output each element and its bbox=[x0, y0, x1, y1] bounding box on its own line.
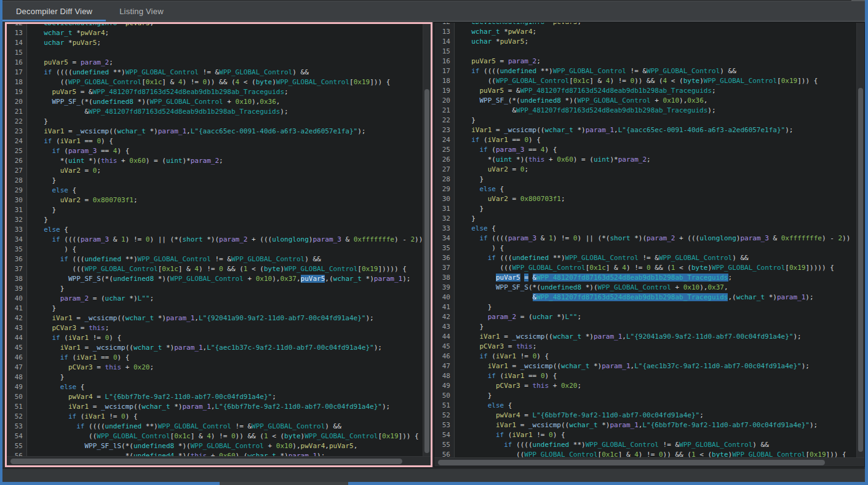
code-line[interactable]: 12 CDeviceRoutingInfo *pCVar3; bbox=[434, 23, 856, 27]
code-line[interactable]: 23 iVar1 = _wcsicmp((wchar_t *)param_1,L… bbox=[7, 127, 423, 136]
code-line[interactable]: 12 CDeviceRoutingInfo *pCVar3; bbox=[7, 24, 423, 28]
code-line[interactable]: 31 } bbox=[434, 204, 856, 214]
horizontal-scrollbar[interactable] bbox=[7, 456, 431, 465]
code-line[interactable]: 55 WPP_SF_lS(*(undefined8 *)(WPP_GLOBAL_… bbox=[7, 441, 423, 451]
tab-decompiler-diff-view[interactable]: Decompiler Diff View bbox=[2, 1, 106, 21]
code-line[interactable]: 26 *(uint *)(this + 0x60) = (uint)*param… bbox=[434, 155, 856, 165]
decompiler-pane-left[interactable]: 12 CDeviceRoutingInfo *pCVar3;13 wchar_t… bbox=[5, 22, 432, 467]
decompiler-pane-right[interactable]: 12 CDeviceRoutingInfo *pCVar3;13 wchar_t… bbox=[434, 22, 865, 467]
code-line[interactable]: 42 iVar1 = _wcsicmp((wchar_t *)param_1,L… bbox=[7, 313, 423, 323]
splitter-grip[interactable] bbox=[220, 482, 348, 485]
code-line[interactable]: 19 puVar5 = &WPP_481207fd87163d524d8eab9… bbox=[434, 86, 856, 96]
code-line[interactable]: 53 iVar1 = _wcsicmp((wchar_t *)param_1,L… bbox=[434, 420, 856, 430]
code-line[interactable]: 40 &WPP_481207fd87163d524d8eab9db1b298ab… bbox=[434, 293, 856, 302]
code-line[interactable]: 48 if (iVar1 == 0) { bbox=[434, 371, 856, 381]
code-line[interactable]: 45 pCVar3 = this; bbox=[434, 342, 856, 352]
scrollbar-thumb[interactable] bbox=[424, 89, 429, 453]
code-line[interactable]: 36 if (((undefined **)WPP_GLOBAL_Control… bbox=[434, 253, 856, 263]
code-line[interactable]: 52 if (iVar1 != 0) { bbox=[7, 412, 423, 422]
code-line[interactable]: 18 ((WPP_GLOBAL_Control[0x1c] & 4) != 0)… bbox=[7, 77, 423, 87]
code-line[interactable]: 51 iVar1 = _wcsicmp((wchar_t *)param_1,L… bbox=[7, 402, 423, 412]
code-line[interactable]: 15 bbox=[434, 47, 856, 57]
code-line[interactable]: 29 else { bbox=[7, 186, 423, 195]
code-line[interactable]: 27 uVar2 = 0; bbox=[434, 165, 856, 175]
code-line[interactable]: 40 param_2 = (uchar *)L""; bbox=[7, 294, 423, 304]
code-line[interactable]: 17 if ((((undefined **)WPP_GLOBAL_Contro… bbox=[434, 66, 856, 76]
code-line[interactable]: 54 ((WPP_GLOBAL_Control[0x1c] & 4) != 0)… bbox=[7, 432, 423, 441]
code-line[interactable]: 41 } bbox=[7, 304, 423, 313]
code-line[interactable]: 47 iVar1 = _wcsicmp((wchar_t *)param_1,L… bbox=[434, 361, 856, 371]
code-line[interactable]: 34 if ((((param_3 & 1) != 0) || (*(short… bbox=[7, 235, 423, 245]
code-line[interactable]: 20 WPP_SF_(*(undefined8 *)(WPP_GLOBAL_Co… bbox=[434, 96, 856, 106]
code-line[interactable]: 46 if (iVar1 == 0) { bbox=[7, 353, 423, 363]
code-line[interactable]: 26 *(uint *)(this + 0x60) = (uint)*param… bbox=[7, 156, 423, 166]
code-line[interactable]: 56 *(undefined4 *)(this + 0x60),(wchar_t… bbox=[7, 451, 423, 456]
code-line[interactable]: 17 if ((((undefined **)WPP_GLOBAL_Contro… bbox=[7, 68, 423, 77]
code-line[interactable]: 54 if (iVar1 != 0) { bbox=[434, 430, 856, 440]
code-line[interactable]: 18 ((WPP_GLOBAL_Control[0x1c] & 4) != 0)… bbox=[434, 76, 856, 86]
code-line[interactable]: 44 if (iVar1 != 0) { bbox=[7, 333, 423, 343]
scrollbar-thumb[interactable] bbox=[858, 88, 863, 452]
code-line[interactable]: 16 puVar5 = param_2; bbox=[434, 57, 856, 66]
code-line[interactable]: 34 if ((((param_3 & 1) != 0) || (*(short… bbox=[434, 234, 856, 243]
code-line[interactable]: 28 } bbox=[7, 176, 423, 186]
code-line[interactable]: 14 uchar *puVar5; bbox=[7, 38, 423, 48]
code-line[interactable]: 30 uVar2 = 0x800703f1; bbox=[7, 195, 423, 205]
code-line[interactable]: 46 if (iVar1 != 0) { bbox=[434, 352, 856, 361]
vertical-scrollbar[interactable] bbox=[856, 23, 864, 457]
code-line[interactable]: 25 if (param_3 == 4) { bbox=[434, 145, 856, 155]
code-line[interactable]: 35 ) { bbox=[434, 243, 856, 253]
code-line[interactable]: 20 WPP_SF_(*(undefined8 *)(WPP_GLOBAL_Co… bbox=[7, 97, 423, 107]
code-line[interactable]: 31 } bbox=[7, 205, 423, 215]
code-line[interactable]: 23 iVar1 = _wcsicmp((wchar_t *)param_1,L… bbox=[434, 125, 856, 135]
code-line[interactable]: 22 } bbox=[434, 116, 856, 125]
code-view-right[interactable]: 12 CDeviceRoutingInfo *pCVar3;13 wchar_t… bbox=[434, 23, 856, 457]
horizontal-scrollbar[interactable] bbox=[434, 457, 864, 467]
code-line[interactable]: 36 if (((undefined **)WPP_GLOBAL_Control… bbox=[7, 254, 423, 264]
code-line[interactable]: 38 puVar5 = &WPP_481207fd87163d524d8eab9… bbox=[434, 273, 856, 283]
code-line[interactable]: 53 if ((((undefined **)WPP_GLOBAL_Contro… bbox=[7, 422, 423, 432]
code-line[interactable]: 43 } bbox=[434, 322, 856, 332]
tab-listing-view[interactable]: Listing View bbox=[106, 1, 177, 21]
code-line[interactable]: 44 iVar1 = _wcsicmp((wchar_t *)param_1,L… bbox=[434, 332, 856, 342]
code-line[interactable]: 22 } bbox=[7, 117, 423, 127]
code-line[interactable]: 51 else { bbox=[434, 401, 856, 411]
code-line[interactable]: 50 pwVar4 = L"{6bbf7bfe-9af2-11d0-abf7-0… bbox=[7, 392, 423, 402]
code-line[interactable]: 39 } bbox=[7, 284, 423, 294]
code-line[interactable]: 21 &WPP_481207fd87163d524d8eab9db1b298ab… bbox=[434, 106, 856, 116]
code-line[interactable]: 25 if (param_3 == 4) { bbox=[7, 146, 423, 156]
code-line[interactable]: 55 if ((((undefined **)WPP_GLOBAL_Contro… bbox=[434, 440, 856, 450]
code-line[interactable]: 24 if (iVar1 == 0) { bbox=[7, 136, 423, 146]
code-line[interactable]: 21 &WPP_481207fd87163d524d8eab9db1b298ab… bbox=[7, 107, 423, 117]
code-line[interactable]: 41 } bbox=[434, 302, 856, 312]
code-line[interactable]: 49 else { bbox=[7, 382, 423, 392]
code-line[interactable]: 38 WPP_SF_S(*(undefined8 *)(WPP_GLOBAL_C… bbox=[7, 274, 423, 284]
scrollbar-thumb[interactable] bbox=[438, 460, 825, 465]
scrollbar-thumb[interactable] bbox=[10, 459, 402, 464]
code-line[interactable]: 37 (((WPP_GLOBAL_Control[0x1c] & 4) != 0… bbox=[434, 263, 856, 273]
code-line[interactable]: 48 } bbox=[7, 373, 423, 382]
code-line[interactable]: 28 } bbox=[434, 175, 856, 184]
code-line[interactable]: 16 puVar5 = param_2; bbox=[7, 58, 423, 68]
code-line[interactable]: 39 WPP_SF_S(*(undefined8 *)(WPP_GLOBAL_C… bbox=[434, 283, 856, 293]
code-line[interactable]: 32 } bbox=[434, 214, 856, 224]
code-line[interactable]: 50 } bbox=[434, 391, 856, 401]
code-line[interactable]: 56 ((WPP_GLOBAL_Control[0x1c] & 4) != 0)… bbox=[434, 450, 856, 457]
code-line[interactable]: 35 ) { bbox=[7, 245, 423, 254]
code-line[interactable]: 49 pCVar3 = this + 0x20; bbox=[434, 381, 856, 391]
code-line[interactable]: 15 bbox=[7, 48, 423, 58]
code-view-left[interactable]: 12 CDeviceRoutingInfo *pCVar3;13 wchar_t… bbox=[7, 24, 423, 456]
code-line[interactable]: 27 uVar2 = 0; bbox=[7, 166, 423, 176]
code-line[interactable]: 29 else { bbox=[434, 184, 856, 194]
code-line[interactable]: 13 wchar_t *pwVar4; bbox=[434, 27, 856, 37]
code-line[interactable]: 37 (((WPP_GLOBAL_Control[0x1c] & 4) != 0… bbox=[7, 264, 423, 274]
vertical-scrollbar[interactable] bbox=[423, 24, 431, 456]
code-line[interactable]: 19 puVar5 = &WPP_481207fd87163d524d8eab9… bbox=[7, 87, 423, 97]
code-line[interactable]: 33 else { bbox=[434, 224, 856, 234]
code-line[interactable]: 47 pCVar3 = this + 0x20; bbox=[7, 363, 423, 373]
code-line[interactable]: 30 uVar2 = 0x800703f1; bbox=[434, 194, 856, 204]
code-line[interactable]: 33 else { bbox=[7, 225, 423, 235]
code-line[interactable]: 14 uchar *puVar5; bbox=[434, 37, 856, 47]
code-line[interactable]: 42 param_2 = (uchar *)L""; bbox=[434, 312, 856, 322]
code-line[interactable]: 52 pwVar4 = L"{6bbf7bfe-9af2-11d0-abf7-0… bbox=[434, 411, 856, 420]
